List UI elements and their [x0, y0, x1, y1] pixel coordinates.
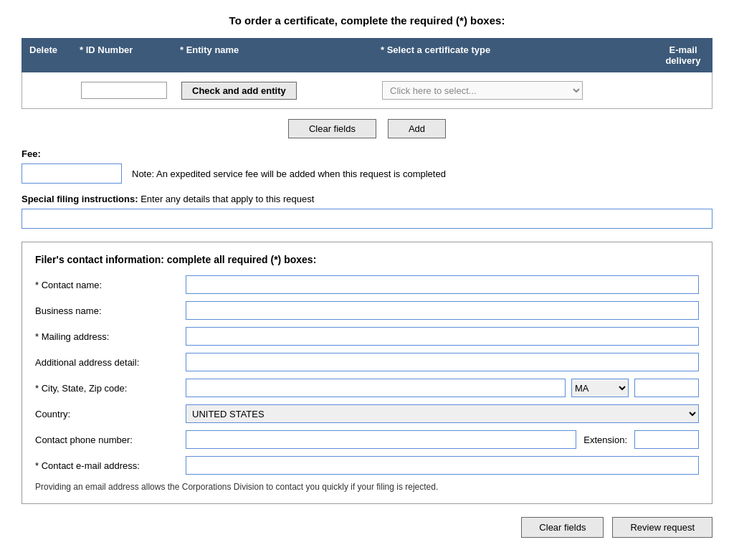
email-note: Providing an email address allows the Co…	[35, 482, 699, 492]
header-entity: * Entity name	[173, 39, 373, 72]
entity-cell: Check and add entity	[177, 79, 378, 103]
header-id: * ID Number	[72, 39, 173, 72]
additional-address-label: Additional address detail:	[35, 357, 186, 368]
city-state-zip-label: * City, State, Zip code:	[35, 383, 186, 394]
fee-input[interactable]	[22, 163, 122, 184]
clear-fields-top-button[interactable]: Clear fields	[288, 119, 376, 138]
header-cert: * Select a certificate type	[373, 39, 654, 72]
business-name-label: Business name:	[35, 305, 186, 316]
contact-section-title: Filer's contact information: complete al…	[35, 254, 699, 265]
mailing-address-label: * Mailing address:	[35, 331, 186, 342]
check-add-entity-button[interactable]: Check and add entity	[181, 82, 297, 100]
cert-cell: Click here to select...	[378, 78, 650, 103]
state-select[interactable]: MA AL AK AZ CA NY	[571, 379, 629, 397]
contact-name-input[interactable]	[186, 275, 699, 294]
business-name-row: Business name:	[35, 301, 699, 320]
header-delete: Delete	[22, 39, 72, 72]
bottom-buttons-row: Clear fields Review request	[22, 517, 712, 538]
phone-label: Contact phone number:	[35, 435, 186, 445]
fee-row: Note: An expedited service fee will be a…	[22, 163, 712, 184]
certificate-type-select[interactable]: Click here to select...	[382, 81, 583, 100]
fee-label: Fee:	[22, 148, 712, 159]
special-filing-description: Enter any details that apply to this req…	[140, 194, 314, 204]
table-header: Delete * ID Number * Entity name * Selec…	[22, 38, 712, 72]
business-name-input[interactable]	[186, 301, 699, 320]
mailing-address-row: * Mailing address:	[35, 327, 699, 346]
delete-cell	[27, 87, 77, 93]
special-filing-label: Special filing instructions:	[22, 194, 138, 204]
special-filing-input[interactable]	[22, 209, 712, 229]
top-buttons-row: Clear fields Add	[22, 119, 712, 138]
mailing-address-input[interactable]	[186, 327, 699, 346]
city-state-zip-group: MA AL AK AZ CA NY	[186, 379, 699, 397]
city-input[interactable]	[186, 379, 566, 397]
special-filing-section: Special filing instructions: Enter any d…	[22, 194, 712, 229]
email-row: * Contact e-mail address:	[35, 456, 699, 475]
country-row: Country: UNITED STATES CANADA MEXICO	[35, 404, 699, 423]
table-row: Check and add entity Click here to selec…	[22, 72, 712, 109]
phone-ext-group: Extension:	[186, 430, 699, 449]
email-label: * Contact e-mail address:	[35, 460, 186, 471]
fee-note: Note: An expedited service fee will be a…	[132, 169, 446, 179]
review-request-button[interactable]: Review request	[612, 517, 712, 538]
email-input[interactable]	[186, 456, 699, 475]
zip-input[interactable]	[634, 379, 699, 397]
country-select[interactable]: UNITED STATES CANADA MEXICO	[186, 404, 699, 423]
id-cell	[77, 79, 177, 102]
email-delivery-cell	[650, 87, 707, 93]
city-state-zip-row: * City, State, Zip code: MA AL AK AZ CA …	[35, 379, 699, 397]
contact-name-label: * Contact name:	[35, 280, 186, 290]
extension-label: Extension:	[583, 435, 627, 445]
contact-section: Filer's contact information: complete al…	[22, 242, 712, 504]
fee-section: Fee: Note: An expedited service fee will…	[22, 148, 712, 184]
page-title: To order a certificate, complete the req…	[22, 14, 712, 27]
phone-input[interactable]	[186, 430, 576, 449]
extension-input[interactable]	[634, 430, 699, 449]
additional-address-input[interactable]	[186, 353, 699, 371]
clear-fields-bottom-button[interactable]: Clear fields	[521, 517, 604, 538]
phone-row: Contact phone number: Extension:	[35, 430, 699, 449]
country-label: Country:	[35, 409, 186, 419]
id-number-input[interactable]	[81, 82, 167, 99]
contact-name-row: * Contact name:	[35, 275, 699, 294]
add-button[interactable]: Add	[388, 119, 446, 138]
additional-address-row: Additional address detail:	[35, 353, 699, 371]
header-email: E-mail delivery	[654, 39, 712, 72]
